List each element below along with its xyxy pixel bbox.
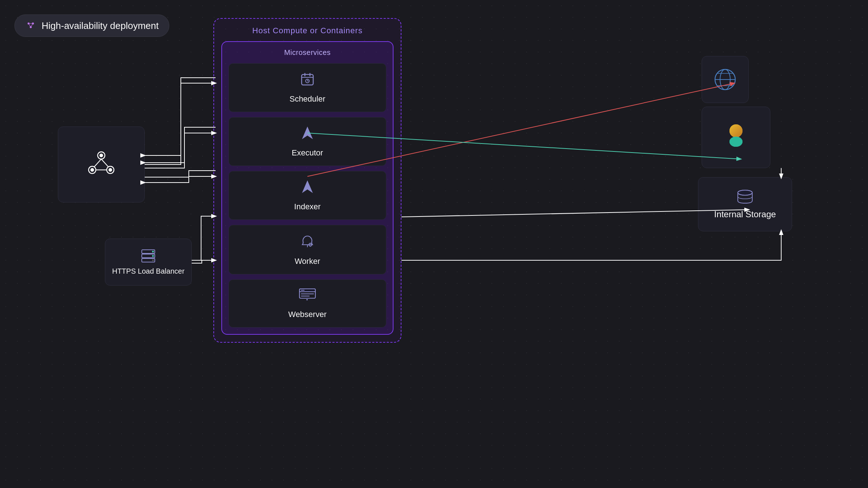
storage-icon (736, 189, 754, 204)
webserver-card: Webserver (229, 279, 386, 328)
svg-line-34 (101, 159, 108, 167)
indexer-card: Indexer (229, 171, 386, 220)
executor-card: Executor (229, 117, 386, 166)
svg-point-36 (99, 154, 103, 157)
svg-rect-29 (301, 296, 310, 296)
deployment-badge: High-availability deployment (14, 14, 169, 37)
scheduler-card: Scheduler (229, 63, 386, 112)
executor-label: Executor (292, 148, 323, 158)
worker-icon (299, 233, 315, 252)
svg-point-27 (306, 299, 308, 300)
svg-rect-28 (301, 294, 314, 294)
indexer-label: Indexer (294, 202, 320, 211)
worker-card: Worker (229, 225, 386, 274)
svg-point-53 (729, 137, 743, 147)
kafka-icon (85, 148, 118, 181)
indexer-icon (301, 179, 314, 198)
svg-point-38 (109, 168, 112, 172)
spline-logo-icon (722, 123, 750, 152)
kafka-node (58, 127, 145, 202)
lb-label: HTTPS Load Balancer (112, 267, 184, 275)
svg-line-59 (401, 210, 749, 217)
data-store-node (702, 107, 770, 168)
svg-point-51 (729, 124, 743, 137)
svg-point-43 (152, 255, 154, 257)
host-label: Host Compute or Containers (221, 26, 393, 35)
sparkles-icon (25, 20, 37, 31)
load-balancer-node: HTTPS Load Balancer (105, 239, 192, 286)
svg-line-33 (94, 159, 101, 167)
microservices-container: Microservices Scheduler (221, 41, 393, 335)
globe-icon (712, 67, 738, 92)
svg-point-8 (30, 26, 31, 28)
svg-point-44 (152, 259, 154, 261)
worker-label: Worker (295, 257, 320, 266)
globe-node (702, 56, 749, 103)
scheduler-icon (300, 72, 315, 90)
executor-icon (301, 125, 314, 144)
svg-marker-16 (302, 127, 313, 139)
badge-label: High-availability deployment (42, 20, 159, 31)
microservices-label: Microservices (229, 48, 386, 57)
storage-label: Internal Storage (714, 209, 776, 219)
webserver-icon (298, 288, 316, 305)
svg-point-42 (152, 251, 154, 252)
load-balancer-icon (141, 249, 156, 263)
host-container: Host Compute or Containers Microservices… (213, 18, 401, 343)
internal-storage-node: Internal Storage (698, 177, 792, 231)
svg-point-7 (32, 23, 34, 24)
svg-point-6 (28, 23, 29, 24)
webserver-label: Webserver (288, 310, 327, 319)
svg-marker-17 (302, 180, 313, 193)
scheduler-label: Scheduler (289, 94, 325, 104)
svg-point-37 (90, 168, 94, 172)
